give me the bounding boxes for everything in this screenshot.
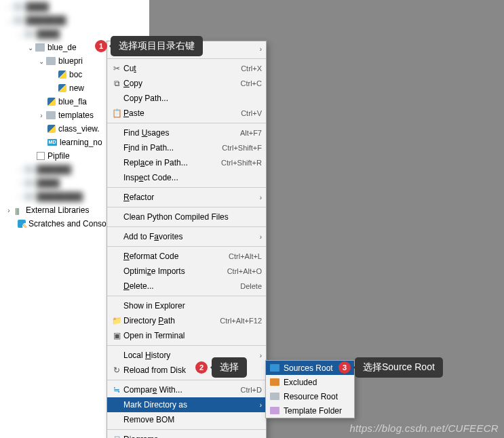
template-folder-icon — [270, 407, 279, 414]
separator — [107, 187, 266, 188]
separator — [107, 429, 266, 430]
submenu-label: Template Folder — [284, 406, 342, 416]
tree-label: Pipfile — [47, 151, 70, 161]
menu-find-in-path[interactable]: Find in Path...Ctrl+Shift+F — [107, 140, 266, 155]
paste-icon: 📋 — [110, 108, 123, 118]
separator — [107, 207, 266, 207]
menu-inspect-code[interactable]: Inspect Code... — [107, 170, 266, 185]
excluded-folder-icon — [270, 378, 279, 386]
menu-copy[interactable]: ⧉CopyCtrl+C — [107, 76, 266, 91]
tree-label: Scratches and Conso — [28, 219, 106, 228]
menu-show-explorer[interactable]: Show in Explorer — [107, 298, 266, 313]
submenu-label: Sources Root — [284, 363, 333, 373]
tree-label: blue_de — [47, 43, 77, 52]
menu-directory-path[interactable]: 📁Directory PathCtrl+Alt+F12 — [107, 313, 266, 328]
badge-2: 2 — [195, 361, 208, 374]
tree-label: new — [69, 83, 84, 93]
tree-label: boc — [69, 70, 82, 79]
menu-replace-in-path[interactable]: Replace in Path...Ctrl+Shift+R — [107, 155, 266, 170]
menu-paste[interactable]: 📋PasteCtrl+V — [107, 106, 266, 121]
callout-2: 选择 — [212, 357, 247, 378]
menu-find-usages[interactable]: Find UsagesAlt+F7 — [107, 125, 266, 140]
menu-remove-bom[interactable]: Remove BOM — [107, 412, 266, 427]
markdown-file-icon: MD — [47, 139, 57, 146]
tree-label: templates — [58, 111, 94, 120]
python-file-icon — [47, 98, 56, 106]
submenu-excluded[interactable]: Excluded — [266, 375, 354, 389]
tree-label: bluepri — [58, 56, 83, 66]
tree-row[interactable]: ⌄███████ — [0, 14, 149, 27]
tree-label: blue_fla — [58, 97, 87, 106]
tree-label: class_view. — [58, 124, 100, 134]
diagram-icon: ⌸ — [110, 435, 123, 438]
tree-row[interactable]: ›████ — [0, 0, 149, 14]
cut-icon: ✂ — [110, 64, 123, 73]
menu-diagrams[interactable]: ⌸Diagrams› — [107, 432, 266, 438]
resource-folder-icon — [270, 393, 279, 400]
tree-label: External Libraries — [26, 205, 89, 215]
submenu-label: Resource Root — [284, 392, 338, 401]
separator — [107, 296, 266, 296]
tree-label: learning_no — [60, 138, 102, 147]
separator — [107, 123, 266, 123]
menu-open-terminal[interactable]: ▣Open in Terminal — [107, 328, 266, 343]
separator — [107, 246, 266, 247]
copy-icon: ⧉ — [110, 79, 123, 88]
badge-1: 1 — [95, 40, 107, 52]
submenu-label: Excluded — [284, 378, 317, 387]
compare-icon: ≒ — [110, 385, 123, 395]
python-file-icon — [47, 125, 56, 133]
submenu-template-folder[interactable]: Template Folder — [266, 403, 354, 418]
python-file-icon — [58, 84, 66, 92]
separator — [107, 58, 266, 59]
menu-compare-with[interactable]: ≒Compare With...Ctrl+D — [107, 382, 266, 397]
menu-mark-directory-as[interactable]: Mark Directory as› — [107, 397, 266, 412]
submenu-resource-root[interactable]: Resource Root — [266, 389, 354, 403]
python-file-icon — [58, 71, 66, 79]
separator — [107, 380, 266, 380]
menu-delete[interactable]: Delete...Delete — [107, 279, 266, 294]
menu-clean-pyc[interactable]: Clean Python Compiled Files — [107, 210, 266, 224]
context-menu: New› ✂CutCtrl+X ⧉CopyCtrl+C Copy Path...… — [106, 41, 267, 438]
menu-copy-path[interactable]: Copy Path... — [107, 91, 266, 106]
folder-icon: 📁 — [110, 316, 123, 325]
badge-3: 3 — [338, 361, 351, 374]
file-icon — [37, 152, 45, 160]
menu-add-favorites[interactable]: Add to Favorites› — [107, 229, 266, 244]
reload-icon: ↻ — [110, 365, 123, 375]
callout-1: 选择项目目录右键 — [111, 36, 203, 56]
terminal-icon: ▣ — [110, 331, 123, 340]
callout-3: 选择Source Root — [355, 357, 443, 378]
scratches-icon — [18, 220, 26, 228]
menu-cut[interactable]: ✂CutCtrl+X — [107, 61, 266, 76]
libraries-icon — [15, 206, 23, 214]
separator — [107, 345, 266, 346]
separator — [107, 226, 266, 227]
watermark: https://blog.csdn.net/CUFEECR — [349, 422, 499, 434]
menu-refactor[interactable]: Refactor› — [107, 190, 266, 205]
menu-reformat-code[interactable]: Reformat CodeCtrl+Alt+L — [107, 249, 266, 264]
sources-folder-icon — [270, 364, 279, 372]
menu-optimize-imports[interactable]: Optimize ImportsCtrl+Alt+O — [107, 264, 266, 279]
